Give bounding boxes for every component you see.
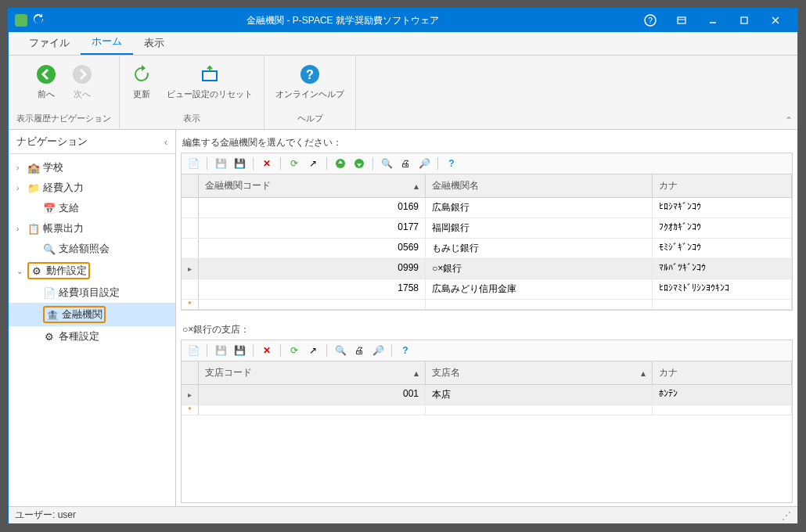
new-row[interactable]: * [182, 300, 792, 310]
up-icon[interactable] [333, 156, 347, 171]
search-icon[interactable]: 🔎 [417, 156, 431, 171]
maximize-button[interactable] [729, 9, 760, 32]
branch-prompt: ○×銀行の支店： [181, 320, 793, 340]
svg-point-9 [73, 65, 92, 84]
export-icon[interactable]: ↗ [306, 343, 320, 358]
save-icon[interactable]: 💾 [214, 343, 228, 358]
svg-rect-2 [678, 17, 685, 23]
nav-item[interactable]: ⌄⚙動作設定 [9, 259, 175, 282]
nav-tree: ›🏫学校›📁経費入力📅支給›📋帳票出力🔍支給額照会⌄⚙動作設定📄経費項目設定🏦金… [9, 154, 175, 350]
titlebar: 金融機関 - P-SPACE 就学奨励費ソフトウェア ? [9, 9, 797, 32]
menu-home[interactable]: ホーム [81, 30, 133, 55]
delete-icon[interactable]: ✕ [260, 343, 274, 358]
online-help-button[interactable]: ? オンラインヘルプ [272, 60, 347, 103]
status-user: ユーザー: user [15, 509, 76, 522]
ribbon-group-help: ? オンラインヘルプ ヘルプ [264, 56, 356, 129]
col-bank-kana[interactable]: カナ [653, 174, 792, 197]
nav-item[interactable]: ›🏫学校 [9, 157, 175, 178]
minimize-button[interactable] [697, 9, 729, 32]
window-title: 金融機関 - P-SPACE 就学奨励費ソフトウェア [51, 14, 635, 27]
menubar: ファイル ホーム 表示 [9, 32, 797, 56]
preview-icon[interactable]: 🔍 [380, 156, 394, 171]
refresh-icon[interactable]: ⟳ [287, 343, 301, 358]
menu-file[interactable]: ファイル [18, 31, 81, 55]
nav-item[interactable]: 📅支給 [9, 198, 175, 218]
col-bank-name[interactable]: 金融機関名 [426, 174, 653, 197]
table-row[interactable]: 0177福岡銀行ﾌｸｵｶｷﾞﾝｺｳ [182, 218, 792, 239]
preview-icon[interactable]: 🔍 [333, 343, 347, 358]
nav-item[interactable]: 🔍支給額照会 [9, 239, 175, 259]
save-icon[interactable]: 💾 [214, 156, 228, 171]
nav-item[interactable]: ›📁経費入力 [9, 178, 175, 198]
main-panel: 編集する金融機関を選んでください： 📄 💾 💾 ✕ ⟳ ↗ 🔍 🖨 🔎 [176, 130, 797, 506]
export-icon[interactable]: ↗ [306, 156, 320, 171]
print-icon[interactable]: 🖨 [352, 343, 366, 358]
table-row[interactable]: ▸001本店ﾎﾝﾃﾝ [182, 385, 792, 405]
help-button[interactable]: ? [635, 9, 666, 32]
nav-item[interactable]: ⚙各種設定 [9, 326, 175, 347]
search-icon[interactable]: 🔎 [371, 343, 385, 358]
new-icon[interactable]: 📄 [186, 343, 200, 358]
new-row[interactable]: * [182, 405, 792, 415]
app-window: 金融機関 - P-SPACE 就学奨励費ソフトウェア ? ファイル ホーム 表示… [8, 8, 798, 524]
svg-rect-10 [203, 71, 217, 81]
svg-text:?: ? [648, 16, 653, 25]
col-branch-kana[interactable]: カナ [653, 361, 792, 384]
print-icon[interactable]: 🖨 [398, 156, 412, 171]
ribbon-group-display: 更新 ビュー設定のリセット 表示 [120, 56, 264, 129]
statusbar: ユーザー: user ⋰ [9, 506, 797, 523]
app-icon [15, 14, 27, 27]
help-icon[interactable]: ? [398, 343, 412, 358]
svg-point-8 [37, 65, 56, 84]
help-icon[interactable]: ? [444, 156, 459, 171]
bank-grid[interactable]: 金融機関コード▴ 金融機関名 カナ 0169広島銀行ﾋﾛｼﾏｷﾞﾝｺｳ0177福… [181, 174, 793, 311]
down-icon[interactable] [352, 156, 366, 171]
refresh-button[interactable]: 更新 [128, 60, 156, 103]
col-bank-code: 金融機関コード▴ [199, 174, 426, 197]
sort-icon[interactable]: ▴ [641, 368, 646, 379]
navigation-panel: ナビゲーション ‹ ›🏫学校›📁経費入力📅支給›📋帳票出力🔍支給額照会⌄⚙動作設… [9, 130, 176, 506]
svg-text:?: ? [306, 68, 314, 81]
nav-item[interactable]: 📄経費項目設定 [9, 282, 175, 303]
ribbon-collapse-icon[interactable]: ⌃ [785, 115, 793, 126]
bank-toolbar: 📄 💾 💾 ✕ ⟳ ↗ 🔍 🖨 🔎 ? [181, 153, 793, 174]
table-row[interactable]: 1758広島みどり信用金庫ﾋﾛｼﾏﾐﾄﾞﾘｼﾝﾖｳｷﾝｺ [182, 279, 792, 300]
sort-icon[interactable]: ▴ [414, 181, 419, 192]
new-icon[interactable]: 📄 [186, 156, 200, 171]
table-row[interactable]: 0169広島銀行ﾋﾛｼﾏｷﾞﾝｺｳ [182, 198, 792, 218]
content: ナビゲーション ‹ ›🏫学校›📁経費入力📅支給›📋帳票出力🔍支給額照会⌄⚙動作設… [9, 130, 797, 506]
nav-header: ナビゲーション ‹ [9, 130, 175, 154]
delete-icon[interactable]: ✕ [260, 156, 274, 171]
col-branch-name: 支店名▴ [426, 361, 653, 384]
save-close-icon[interactable]: 💾 [232, 343, 246, 358]
col-branch-code: 支店コード▴ [199, 361, 426, 384]
save-close-icon[interactable]: 💾 [232, 156, 246, 171]
table-row[interactable]: ▸0999○×銀行ﾏﾙﾊﾞﾂｷﾞﾝｺｳ [182, 259, 792, 279]
bank-prompt: 編集する金融機関を選んでください： [181, 133, 793, 153]
table-row[interactable]: 0569もみじ銀行ﾓﾐｼﾞｷﾞﾝｺｳ [182, 239, 792, 259]
quick-refresh-icon[interactable] [32, 13, 45, 28]
branch-toolbar: 📄 💾 💾 ✕ ⟳ ↗ 🔍 🖨 🔎 ? [181, 340, 793, 361]
reset-view-button[interactable]: ビュー設定のリセット [164, 60, 256, 103]
back-button[interactable]: 前へ [32, 60, 60, 103]
ribbon-group-nav: 前へ 次へ 表示履歴ナビゲーション [9, 56, 120, 129]
ribbon: 前へ 次へ 表示履歴ナビゲーション 更新 ビュー設定のリセット [9, 56, 797, 130]
nav-item[interactable]: ›📋帳票出力 [9, 218, 175, 239]
forward-button[interactable]: 次へ [68, 60, 96, 103]
sort-icon[interactable]: ▴ [414, 368, 419, 379]
branch-grid[interactable]: 支店コード▴ 支店名▴ カナ ▸001本店ﾎﾝﾃﾝ * [181, 361, 793, 503]
nav-collapse-icon[interactable]: ‹ [164, 136, 167, 148]
close-button[interactable] [760, 9, 791, 32]
refresh-icon[interactable]: ⟳ [287, 156, 301, 171]
resize-grip-icon[interactable]: ⋰ [782, 510, 791, 521]
svg-rect-5 [741, 17, 747, 23]
nav-item[interactable]: 🏦金融機関 [9, 303, 175, 326]
menu-view[interactable]: 表示 [133, 31, 175, 55]
restore-layout-button[interactable] [666, 9, 697, 32]
